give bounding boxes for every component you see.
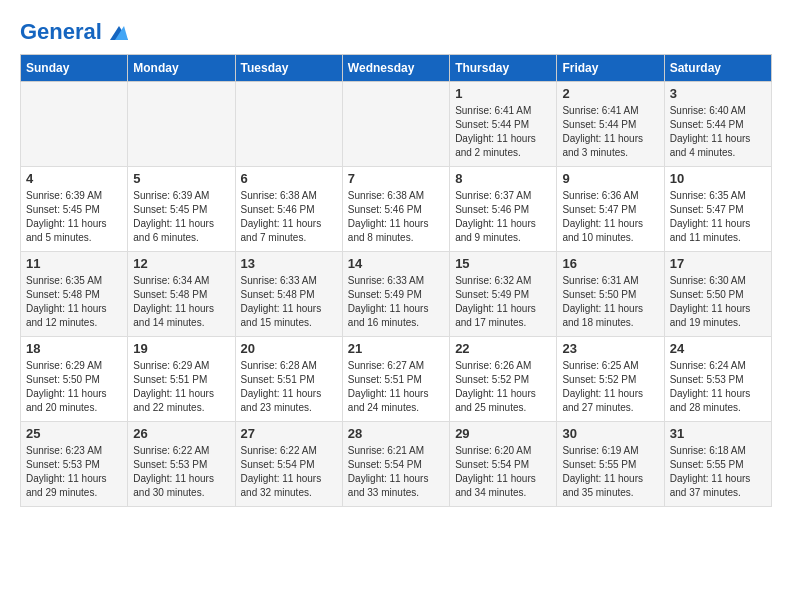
- week-row-4: 18Sunrise: 6:29 AM Sunset: 5:50 PM Dayli…: [21, 337, 772, 422]
- col-header-saturday: Saturday: [664, 55, 771, 82]
- day-info: Sunrise: 6:41 AM Sunset: 5:44 PM Dayligh…: [562, 104, 658, 160]
- day-info: Sunrise: 6:29 AM Sunset: 5:51 PM Dayligh…: [133, 359, 229, 415]
- day-info: Sunrise: 6:33 AM Sunset: 5:48 PM Dayligh…: [241, 274, 337, 330]
- day-number: 11: [26, 256, 122, 271]
- calendar-table: SundayMondayTuesdayWednesdayThursdayFrid…: [20, 54, 772, 507]
- day-number: 19: [133, 341, 229, 356]
- day-number: 25: [26, 426, 122, 441]
- day-number: 12: [133, 256, 229, 271]
- day-info: Sunrise: 6:20 AM Sunset: 5:54 PM Dayligh…: [455, 444, 551, 500]
- day-cell: 18Sunrise: 6:29 AM Sunset: 5:50 PM Dayli…: [21, 337, 128, 422]
- day-number: 18: [26, 341, 122, 356]
- day-number: 15: [455, 256, 551, 271]
- day-info: Sunrise: 6:33 AM Sunset: 5:49 PM Dayligh…: [348, 274, 444, 330]
- day-number: 26: [133, 426, 229, 441]
- day-info: Sunrise: 6:24 AM Sunset: 5:53 PM Dayligh…: [670, 359, 766, 415]
- day-info: Sunrise: 6:28 AM Sunset: 5:51 PM Dayligh…: [241, 359, 337, 415]
- day-cell: 5Sunrise: 6:39 AM Sunset: 5:45 PM Daylig…: [128, 167, 235, 252]
- day-cell: 19Sunrise: 6:29 AM Sunset: 5:51 PM Dayli…: [128, 337, 235, 422]
- day-cell: 1Sunrise: 6:41 AM Sunset: 5:44 PM Daylig…: [450, 82, 557, 167]
- day-number: 9: [562, 171, 658, 186]
- day-cell: 20Sunrise: 6:28 AM Sunset: 5:51 PM Dayli…: [235, 337, 342, 422]
- day-cell: 11Sunrise: 6:35 AM Sunset: 5:48 PM Dayli…: [21, 252, 128, 337]
- day-number: 17: [670, 256, 766, 271]
- day-cell: 14Sunrise: 6:33 AM Sunset: 5:49 PM Dayli…: [342, 252, 449, 337]
- day-cell: 8Sunrise: 6:37 AM Sunset: 5:46 PM Daylig…: [450, 167, 557, 252]
- day-number: 1: [455, 86, 551, 101]
- day-info: Sunrise: 6:19 AM Sunset: 5:55 PM Dayligh…: [562, 444, 658, 500]
- day-info: Sunrise: 6:22 AM Sunset: 5:53 PM Dayligh…: [133, 444, 229, 500]
- day-cell: 27Sunrise: 6:22 AM Sunset: 5:54 PM Dayli…: [235, 422, 342, 507]
- day-info: Sunrise: 6:38 AM Sunset: 5:46 PM Dayligh…: [241, 189, 337, 245]
- day-number: 3: [670, 86, 766, 101]
- day-number: 14: [348, 256, 444, 271]
- day-number: 31: [670, 426, 766, 441]
- day-number: 4: [26, 171, 122, 186]
- day-cell: [235, 82, 342, 167]
- day-number: 21: [348, 341, 444, 356]
- day-info: Sunrise: 6:40 AM Sunset: 5:44 PM Dayligh…: [670, 104, 766, 160]
- day-cell: [342, 82, 449, 167]
- day-cell: 30Sunrise: 6:19 AM Sunset: 5:55 PM Dayli…: [557, 422, 664, 507]
- day-info: Sunrise: 6:23 AM Sunset: 5:53 PM Dayligh…: [26, 444, 122, 500]
- week-row-2: 4Sunrise: 6:39 AM Sunset: 5:45 PM Daylig…: [21, 167, 772, 252]
- day-cell: 17Sunrise: 6:30 AM Sunset: 5:50 PM Dayli…: [664, 252, 771, 337]
- day-number: 5: [133, 171, 229, 186]
- day-info: Sunrise: 6:27 AM Sunset: 5:51 PM Dayligh…: [348, 359, 444, 415]
- day-info: Sunrise: 6:18 AM Sunset: 5:55 PM Dayligh…: [670, 444, 766, 500]
- day-cell: 24Sunrise: 6:24 AM Sunset: 5:53 PM Dayli…: [664, 337, 771, 422]
- logo-general: General: [20, 19, 102, 44]
- day-info: Sunrise: 6:41 AM Sunset: 5:44 PM Dayligh…: [455, 104, 551, 160]
- day-info: Sunrise: 6:22 AM Sunset: 5:54 PM Dayligh…: [241, 444, 337, 500]
- day-cell: 29Sunrise: 6:20 AM Sunset: 5:54 PM Dayli…: [450, 422, 557, 507]
- day-info: Sunrise: 6:32 AM Sunset: 5:49 PM Dayligh…: [455, 274, 551, 330]
- day-cell: 21Sunrise: 6:27 AM Sunset: 5:51 PM Dayli…: [342, 337, 449, 422]
- day-number: 23: [562, 341, 658, 356]
- day-cell: 3Sunrise: 6:40 AM Sunset: 5:44 PM Daylig…: [664, 82, 771, 167]
- day-info: Sunrise: 6:35 AM Sunset: 5:47 PM Dayligh…: [670, 189, 766, 245]
- day-number: 30: [562, 426, 658, 441]
- logo-icon: [110, 26, 128, 40]
- day-cell: 12Sunrise: 6:34 AM Sunset: 5:48 PM Dayli…: [128, 252, 235, 337]
- day-info: Sunrise: 6:39 AM Sunset: 5:45 PM Dayligh…: [133, 189, 229, 245]
- day-cell: [128, 82, 235, 167]
- day-cell: 31Sunrise: 6:18 AM Sunset: 5:55 PM Dayli…: [664, 422, 771, 507]
- day-cell: 10Sunrise: 6:35 AM Sunset: 5:47 PM Dayli…: [664, 167, 771, 252]
- day-cell: 25Sunrise: 6:23 AM Sunset: 5:53 PM Dayli…: [21, 422, 128, 507]
- day-cell: 7Sunrise: 6:38 AM Sunset: 5:46 PM Daylig…: [342, 167, 449, 252]
- day-number: 28: [348, 426, 444, 441]
- day-info: Sunrise: 6:25 AM Sunset: 5:52 PM Dayligh…: [562, 359, 658, 415]
- day-info: Sunrise: 6:34 AM Sunset: 5:48 PM Dayligh…: [133, 274, 229, 330]
- header-row: SundayMondayTuesdayWednesdayThursdayFrid…: [21, 55, 772, 82]
- week-row-1: 1Sunrise: 6:41 AM Sunset: 5:44 PM Daylig…: [21, 82, 772, 167]
- day-cell: 26Sunrise: 6:22 AM Sunset: 5:53 PM Dayli…: [128, 422, 235, 507]
- day-info: Sunrise: 6:35 AM Sunset: 5:48 PM Dayligh…: [26, 274, 122, 330]
- logo-text: General: [20, 20, 128, 44]
- day-number: 29: [455, 426, 551, 441]
- day-info: Sunrise: 6:38 AM Sunset: 5:46 PM Dayligh…: [348, 189, 444, 245]
- day-number: 27: [241, 426, 337, 441]
- day-info: Sunrise: 6:29 AM Sunset: 5:50 PM Dayligh…: [26, 359, 122, 415]
- day-number: 13: [241, 256, 337, 271]
- week-row-5: 25Sunrise: 6:23 AM Sunset: 5:53 PM Dayli…: [21, 422, 772, 507]
- day-info: Sunrise: 6:37 AM Sunset: 5:46 PM Dayligh…: [455, 189, 551, 245]
- col-header-friday: Friday: [557, 55, 664, 82]
- day-cell: 9Sunrise: 6:36 AM Sunset: 5:47 PM Daylig…: [557, 167, 664, 252]
- day-number: 7: [348, 171, 444, 186]
- day-info: Sunrise: 6:21 AM Sunset: 5:54 PM Dayligh…: [348, 444, 444, 500]
- day-info: Sunrise: 6:31 AM Sunset: 5:50 PM Dayligh…: [562, 274, 658, 330]
- day-number: 22: [455, 341, 551, 356]
- day-cell: 15Sunrise: 6:32 AM Sunset: 5:49 PM Dayli…: [450, 252, 557, 337]
- day-number: 8: [455, 171, 551, 186]
- day-number: 24: [670, 341, 766, 356]
- page-header: General: [20, 20, 772, 44]
- col-header-sunday: Sunday: [21, 55, 128, 82]
- day-number: 16: [562, 256, 658, 271]
- week-row-3: 11Sunrise: 6:35 AM Sunset: 5:48 PM Dayli…: [21, 252, 772, 337]
- day-number: 10: [670, 171, 766, 186]
- day-info: Sunrise: 6:30 AM Sunset: 5:50 PM Dayligh…: [670, 274, 766, 330]
- day-cell: 4Sunrise: 6:39 AM Sunset: 5:45 PM Daylig…: [21, 167, 128, 252]
- day-number: 20: [241, 341, 337, 356]
- day-info: Sunrise: 6:36 AM Sunset: 5:47 PM Dayligh…: [562, 189, 658, 245]
- day-cell: 6Sunrise: 6:38 AM Sunset: 5:46 PM Daylig…: [235, 167, 342, 252]
